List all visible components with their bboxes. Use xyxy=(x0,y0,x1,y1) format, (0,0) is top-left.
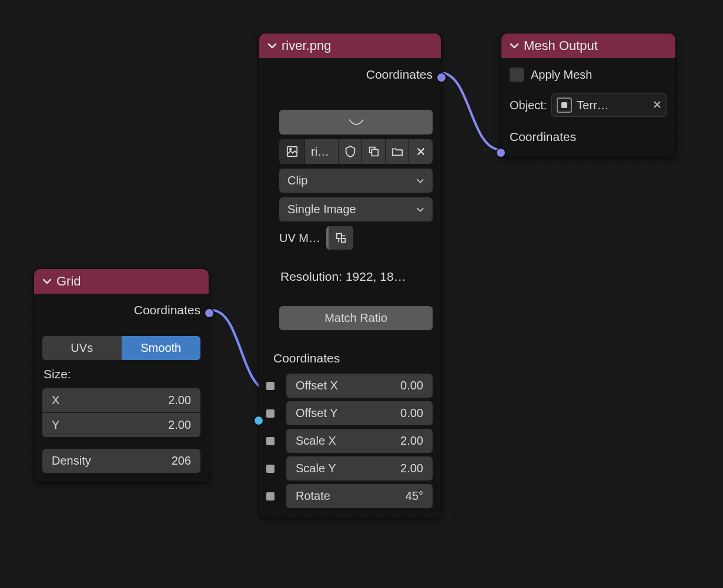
svg-rect-4 xyxy=(342,238,345,242)
node-title: Grid xyxy=(56,274,81,289)
uvmap-row: UV M… xyxy=(279,226,433,250)
checkbox-icon[interactable] xyxy=(510,68,524,82)
uvmap-field[interactable] xyxy=(326,226,353,250)
size-y-field[interactable]: Y 2.00 xyxy=(42,413,200,437)
uvs-smooth-toggle[interactable]: UVs Smooth xyxy=(42,336,200,360)
chevron-down-icon xyxy=(42,277,52,286)
chevron-down-icon xyxy=(510,41,519,51)
density-field[interactable]: Density 206 xyxy=(42,449,200,473)
node-header[interactable]: Grid xyxy=(34,269,209,294)
node-header[interactable]: river.png xyxy=(259,33,441,58)
socket-scale-y[interactable] xyxy=(266,465,275,473)
folder-icon[interactable] xyxy=(386,139,409,164)
apply-mesh-checkbox[interactable]: Apply Mesh xyxy=(510,65,667,84)
node-mesh-output[interactable]: Mesh Output Apply Mesh Object: Terr… Coo… xyxy=(501,33,676,157)
chevron-down-icon xyxy=(416,206,424,214)
node-image[interactable]: river.png Coordinates ri… xyxy=(259,33,441,518)
socket-rotate[interactable] xyxy=(266,492,275,500)
scale-y-field[interactable]: Scale Y 2.00 xyxy=(286,456,433,481)
node-title: Mesh Output xyxy=(524,38,598,53)
offset-x-field[interactable]: Offset X 0.00 xyxy=(286,374,433,398)
shield-icon[interactable] xyxy=(339,139,362,164)
extension-select[interactable]: Clip xyxy=(279,169,433,193)
image-file-name[interactable]: ri… xyxy=(305,139,339,164)
interpolation-button[interactable] xyxy=(279,110,433,135)
input-coordinates[interactable]: Coordinates xyxy=(510,126,667,147)
resolution-label: Resolution: 1922, 18… xyxy=(279,267,433,286)
svg-point-1 xyxy=(289,149,291,150)
output-coordinates[interactable]: Coordinates xyxy=(42,301,200,323)
socket-input-coordinates[interactable] xyxy=(496,147,506,158)
socket-input-coordinates[interactable] xyxy=(253,415,264,426)
size-label: Size: xyxy=(42,365,200,384)
object-row: Object: Terr… xyxy=(510,92,667,118)
image-icon[interactable] xyxy=(279,139,305,164)
node-header[interactable]: Mesh Output xyxy=(501,33,675,58)
size-x-field[interactable]: X 2.00 xyxy=(42,388,200,412)
offset-y-field[interactable]: Offset Y 0.00 xyxy=(286,401,433,425)
socket-output-coordinates[interactable] xyxy=(204,308,215,318)
socket-scale-x[interactable] xyxy=(266,437,275,445)
toggle-uvs[interactable]: UVs xyxy=(42,336,122,360)
output-coordinates[interactable]: Coordinates xyxy=(279,65,433,88)
socket-output-coordinates[interactable] xyxy=(436,72,447,83)
scale-x-field[interactable]: Scale X 2.00 xyxy=(286,429,433,453)
svg-rect-3 xyxy=(337,234,342,238)
object-field[interactable]: Terr… xyxy=(551,93,667,117)
uvmap-label: UV M… xyxy=(279,231,320,245)
input-coordinates[interactable]: Coordinates xyxy=(273,348,433,369)
image-file-row: ri… xyxy=(279,139,433,164)
node-title: river.png xyxy=(282,38,331,53)
object-icon xyxy=(557,98,572,113)
socket-offset-x[interactable] xyxy=(266,382,275,390)
svg-rect-2 xyxy=(371,149,378,156)
source-select[interactable]: Single Image xyxy=(279,197,433,221)
chevron-down-icon xyxy=(416,177,424,185)
node-grid[interactable]: Grid Coordinates UVs Smooth Size: X 2.00… xyxy=(34,268,209,483)
close-icon[interactable] xyxy=(409,139,433,164)
socket-offset-y[interactable] xyxy=(266,409,275,418)
duplicate-icon[interactable] xyxy=(362,139,386,164)
match-ratio-button[interactable]: Match Ratio xyxy=(279,306,433,330)
chevron-down-icon xyxy=(267,41,277,51)
clear-icon[interactable] xyxy=(652,99,662,112)
object-label: Object: xyxy=(510,99,547,112)
rotate-field[interactable]: Rotate 45° xyxy=(286,484,433,508)
toggle-smooth[interactable]: Smooth xyxy=(122,336,201,360)
